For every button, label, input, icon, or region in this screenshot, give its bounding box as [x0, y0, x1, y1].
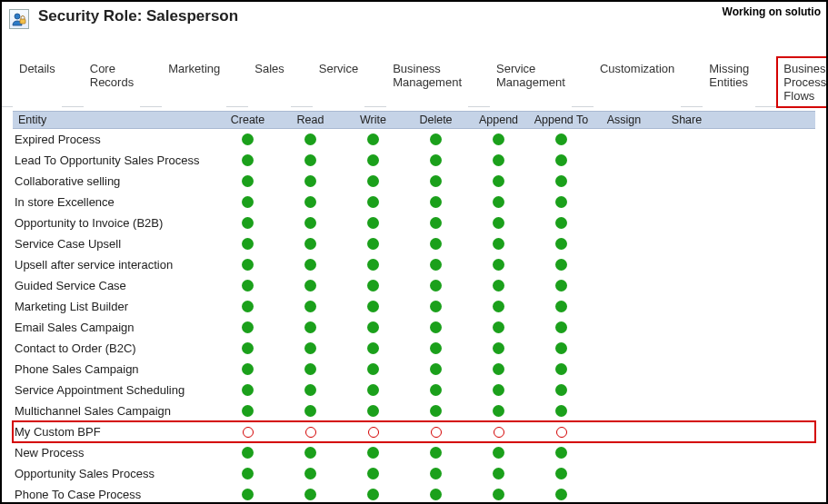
- privilege-cell[interactable]: [279, 233, 342, 254]
- privilege-cell[interactable]: [467, 421, 530, 442]
- privilege-cell[interactable]: [342, 275, 404, 296]
- privilege-cell[interactable]: [279, 359, 342, 380]
- privilege-cell[interactable]: [530, 171, 593, 192]
- privilege-cell[interactable]: [216, 421, 279, 442]
- privilege-cell[interactable]: [216, 275, 279, 296]
- tab-missing-entities[interactable]: Missing Entities: [703, 57, 755, 107]
- privilege-cell[interactable]: [467, 192, 530, 212]
- privilege-cell[interactable]: [530, 359, 593, 380]
- privilege-cell[interactable]: [279, 275, 342, 296]
- privilege-cell[interactable]: [530, 192, 593, 212]
- privilege-cell[interactable]: [404, 275, 467, 296]
- privilege-cell[interactable]: [216, 463, 279, 484]
- entity-name[interactable]: Marketing List Builder: [13, 300, 216, 313]
- entity-name[interactable]: In store Excellence: [13, 195, 216, 209]
- privilege-cell[interactable]: [342, 296, 404, 317]
- privilege-cell[interactable]: [279, 463, 342, 484]
- entity-name[interactable]: Email Sales Campaign: [13, 321, 216, 334]
- privilege-cell[interactable]: [467, 380, 530, 400]
- privilege-cell[interactable]: [279, 380, 342, 400]
- column-header-entity[interactable]: Entity: [13, 112, 216, 128]
- column-header-share[interactable]: Share: [655, 112, 718, 128]
- entity-name[interactable]: My Custom BPF: [13, 425, 216, 439]
- tab-core-records[interactable]: Core Records: [84, 57, 140, 107]
- privilege-cell[interactable]: [404, 484, 467, 504]
- entity-name[interactable]: Phone To Case Process: [13, 488, 216, 501]
- privilege-cell[interactable]: [216, 442, 279, 463]
- privilege-cell[interactable]: [404, 317, 467, 338]
- privilege-cell[interactable]: [530, 296, 593, 317]
- privilege-cell[interactable]: [342, 171, 404, 192]
- privilege-cell[interactable]: [279, 296, 342, 317]
- privilege-cell[interactable]: [216, 129, 279, 150]
- entity-name[interactable]: Collaborative selling: [13, 174, 216, 188]
- privilege-cell[interactable]: [404, 380, 467, 400]
- privilege-cell[interactable]: [342, 129, 404, 150]
- privilege-cell[interactable]: [467, 338, 530, 359]
- column-header-append-to[interactable]: Append To: [530, 112, 593, 128]
- privilege-cell[interactable]: [530, 338, 593, 359]
- privilege-cell[interactable]: [216, 192, 279, 212]
- privilege-cell[interactable]: [216, 212, 279, 233]
- privilege-cell[interactable]: [279, 212, 342, 233]
- privilege-cell[interactable]: [216, 484, 279, 504]
- privilege-cell[interactable]: [342, 484, 404, 504]
- privilege-cell[interactable]: [342, 192, 404, 212]
- privilege-cell[interactable]: [404, 296, 467, 317]
- column-header-delete[interactable]: Delete: [404, 112, 467, 128]
- entity-name[interactable]: Contact to Order (B2C): [13, 341, 216, 355]
- tab-service[interactable]: Service: [313, 57, 364, 107]
- privilege-cell[interactable]: [530, 400, 593, 421]
- privilege-cell[interactable]: [216, 380, 279, 400]
- privilege-cell[interactable]: [279, 338, 342, 359]
- privilege-cell[interactable]: [404, 359, 467, 380]
- privilege-cell[interactable]: [342, 317, 404, 338]
- privilege-cell[interactable]: [404, 400, 467, 421]
- privilege-cell[interactable]: [530, 212, 593, 233]
- privilege-cell[interactable]: [404, 171, 467, 192]
- entity-name[interactable]: Guided Service Case: [13, 279, 216, 292]
- privilege-cell[interactable]: [530, 442, 593, 463]
- privilege-cell[interactable]: [530, 421, 593, 442]
- privilege-cell[interactable]: [404, 150, 467, 171]
- privilege-cell[interactable]: [216, 317, 279, 338]
- privilege-cell[interactable]: [342, 359, 404, 380]
- entity-name[interactable]: Expired Process: [13, 133, 216, 146]
- privilege-cell[interactable]: [530, 150, 593, 171]
- privilege-cell[interactable]: [216, 296, 279, 317]
- privilege-cell[interactable]: [279, 254, 342, 275]
- privilege-cell[interactable]: [216, 359, 279, 380]
- privilege-cell[interactable]: [404, 233, 467, 254]
- privilege-cell[interactable]: [530, 254, 593, 275]
- privilege-cell[interactable]: [342, 380, 404, 400]
- privilege-cell[interactable]: [216, 233, 279, 254]
- privilege-cell[interactable]: [467, 129, 530, 150]
- privilege-cell[interactable]: [342, 233, 404, 254]
- privilege-cell[interactable]: [467, 400, 530, 421]
- privilege-cell[interactable]: [279, 129, 342, 150]
- privilege-cell[interactable]: [216, 171, 279, 192]
- privilege-cell[interactable]: [342, 400, 404, 421]
- column-header-assign[interactable]: Assign: [593, 112, 655, 128]
- privilege-cell[interactable]: [467, 317, 530, 338]
- column-header-append[interactable]: Append: [467, 112, 530, 128]
- privilege-cell[interactable]: [467, 463, 530, 484]
- privilege-cell[interactable]: [342, 212, 404, 233]
- privilege-cell[interactable]: [216, 254, 279, 275]
- entity-name[interactable]: Opportunity to Invoice (B2B): [13, 216, 216, 230]
- entity-name[interactable]: Upsell after service interaction: [13, 258, 216, 272]
- privilege-cell[interactable]: [216, 400, 279, 421]
- tab-sales[interactable]: Sales: [248, 57, 291, 107]
- privilege-cell[interactable]: [530, 484, 593, 504]
- entity-name[interactable]: Service Case Upsell: [13, 237, 216, 251]
- tab-customization[interactable]: Customization: [594, 57, 681, 107]
- privilege-cell[interactable]: [404, 338, 467, 359]
- privilege-cell[interactable]: [467, 359, 530, 380]
- privilege-cell[interactable]: [467, 484, 530, 504]
- column-header-read[interactable]: Read: [279, 112, 342, 128]
- privilege-cell[interactable]: [342, 254, 404, 275]
- privilege-cell[interactable]: [404, 129, 467, 150]
- privilege-cell[interactable]: [216, 338, 279, 359]
- privilege-cell[interactable]: [404, 421, 467, 442]
- privilege-cell[interactable]: [467, 171, 530, 192]
